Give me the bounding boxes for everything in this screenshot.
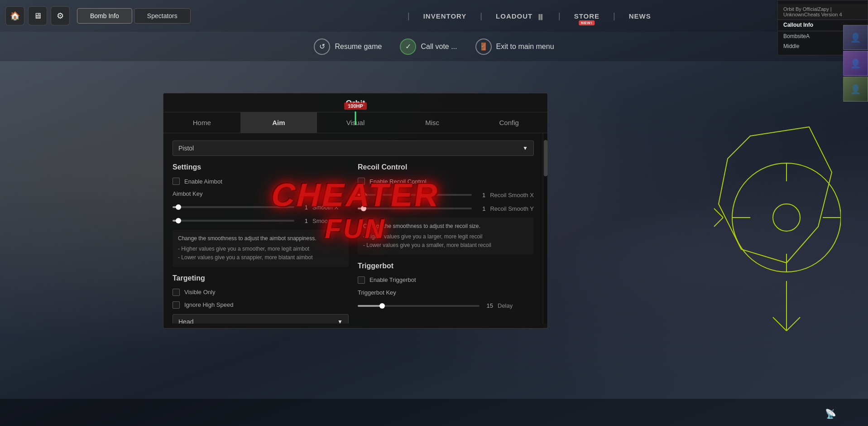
spectators-tab[interactable]: Spectators [134, 8, 191, 24]
targeting-section: Targeting Visible Only Ignore High Speed… [173, 274, 349, 324]
tab-misc[interactable]: Misc [394, 112, 471, 133]
smooth-x-slider[interactable] [173, 203, 294, 212]
triggerbot-delay-slider[interactable] [358, 301, 480, 310]
avatar-2: 👤 [843, 51, 868, 76]
resume-icon: ↺ [314, 39, 330, 55]
recoil-smooth-y-row: 1 Recoil Smooth Y [358, 204, 534, 213]
smooth-y-row: 1 Smooth Y [173, 216, 349, 225]
nav-divider-1: | [408, 11, 410, 21]
enable-triggerbot-checkbox[interactable] [358, 276, 365, 284]
signal-icon: 📡 [825, 408, 836, 419]
visible-only-checkbox[interactable] [173, 289, 180, 296]
top-hud: 🏠 🖥 ⚙ Bomb Info Spectators | INVENTORY |… [0, 0, 868, 32]
left-col: Settings Enable Aimbot Aimbot Key [173, 163, 349, 324]
triggerbot-key-label: Triggerbot Key [358, 289, 396, 296]
recoil-smooth-x-label: Recoil Smooth X [490, 192, 534, 198]
smooth-y-label: Smooth Y [312, 218, 349, 224]
store-new-badge: NEW! [579, 20, 595, 25]
resume-label: Resume game [335, 43, 382, 51]
scrollbar[interactable] [543, 133, 547, 324]
orbit-modal: Orbit Home Aim Visual Misc Config Pistol… [163, 93, 548, 329]
vote-label: Call vote ... [421, 43, 457, 51]
callout-name-2: Middle [783, 43, 799, 49]
smooth-x-value: 1 [299, 204, 308, 211]
scrollbar-thumb[interactable] [544, 140, 547, 176]
recoil-smooth-x-row: 1 Recoil Smooth X [358, 190, 534, 199]
aimbot-key-row: Aimbot Key [173, 190, 349, 197]
orbit-content: Pistol ▼ Settings Enable Aimbot Aimbot K… [163, 133, 543, 324]
hud-nav: | INVENTORY | LOADOUT ▐▌ | STORE NEW! | … [191, 11, 868, 21]
vote-icon: ✓ [400, 39, 416, 55]
exit-menu-btn[interactable]: 🚪 Exit to main menu [475, 39, 554, 55]
nav-loadout[interactable]: LOADOUT ▐▌ [496, 12, 545, 20]
tab-aim[interactable]: Aim [240, 112, 317, 133]
nav-news[interactable]: NEWS [629, 12, 651, 20]
monitor-icon-btn[interactable]: 🖥 [28, 6, 47, 25]
triggerbot-key-row: Triggerbot Key [358, 289, 534, 296]
head-label: Head [178, 318, 193, 324]
orbit-version-header: Orbit By OfficialZapy | UnknownCheats Ve… [778, 4, 868, 20]
enable-triggerbot-row: Enable Triggerbot [358, 276, 534, 284]
callout-name-1: BombsiteA [783, 33, 810, 39]
recoil-smooth-x-slider[interactable] [358, 190, 472, 199]
recoil-smooth-y-slider[interactable] [358, 204, 472, 213]
settings-icon-btn[interactable]: ⚙ [51, 6, 70, 25]
enable-aimbot-label: Enable Aimbot [184, 178, 222, 185]
orbit-body: Pistol ▼ Settings Enable Aimbot Aimbot K… [163, 133, 547, 324]
recoil-section-title: Recoil Control [358, 163, 534, 171]
tab-home[interactable]: Home [163, 112, 240, 133]
call-vote-btn[interactable]: ✓ Call vote ... [400, 39, 457, 55]
resume-game-btn[interactable]: ↺ Resume game [314, 39, 382, 55]
home-icon-btn[interactable]: 🏠 [5, 6, 24, 25]
aimbot-description: Change the smoothness to adjust the aimb… [173, 230, 349, 267]
enable-recoil-label: Enable Recoil Control [369, 178, 427, 185]
hp-indicator [355, 111, 356, 125]
ignore-high-speed-row: Ignore High Speed [173, 301, 349, 309]
svg-point-1 [773, 204, 800, 231]
visible-only-label: Visible Only [184, 289, 215, 295]
nav-divider-4: | [613, 11, 615, 21]
visible-only-row: Visible Only [173, 289, 349, 296]
exit-label: Exit to main menu [496, 43, 554, 51]
triggerbot-delay-value: 15 [484, 302, 493, 309]
smooth-y-slider[interactable] [173, 216, 294, 225]
avatar-strip: 👤 👤 👤 [843, 25, 868, 102]
enable-triggerbot-label: Enable Triggerbot [369, 276, 416, 283]
avatar-3: 👤 [843, 77, 868, 102]
nav-divider-2: | [480, 11, 482, 21]
smooth-y-value: 1 [299, 218, 308, 224]
recoil-desc-2: - Lower values give you a smaller, more … [363, 241, 528, 250]
tab-group: Bomb Info Spectators [77, 8, 191, 24]
head-arrow-icon: ▼ [337, 319, 343, 324]
enable-recoil-row: Enable Recoil Control [358, 178, 534, 185]
bomb-info-tab[interactable]: Bomb Info [77, 8, 132, 24]
head-dropdown[interactable]: Head ▼ [173, 314, 349, 324]
aim-columns: Settings Enable Aimbot Aimbot Key [173, 163, 534, 324]
smooth-x-label: Smooth X [312, 204, 349, 211]
hud-left: 🏠 🖥 ⚙ Bomb Info Spectators [0, 6, 191, 25]
svg-marker-6 [719, 127, 832, 263]
hp-overlay: 100HP [344, 102, 367, 110]
triggerbot-delay-label: Delay [498, 302, 534, 309]
recoil-desc-1: - Higher values give you a larger, more … [363, 232, 528, 241]
recoil-smooth-y-value: 1 [476, 205, 485, 212]
weapon-dropdown[interactable]: Pistol ▼ [173, 140, 534, 156]
targeting-title: Targeting [173, 274, 349, 282]
ignore-high-speed-checkbox[interactable] [173, 301, 180, 309]
nav-divider-3: | [558, 11, 561, 21]
nav-inventory[interactable]: INVENTORY [423, 12, 467, 20]
nav-store[interactable]: STORE NEW! [574, 12, 599, 20]
weapon-label: Pistol [178, 145, 194, 152]
desc-main: Change the smoothness to adjust the aimb… [178, 234, 343, 243]
bottom-bar [0, 399, 868, 426]
action-bar: ↺ Resume game ✓ Call vote ... 🚪 Exit to … [0, 32, 868, 61]
desc-line-1: - Higher values give you a smoother, mor… [178, 245, 343, 253]
exit-icon: 🚪 [475, 39, 492, 55]
enable-aimbot-checkbox[interactable] [173, 178, 180, 185]
svg-line-11 [714, 218, 723, 227]
ignore-high-speed-label: Ignore High Speed [184, 301, 233, 308]
enable-recoil-checkbox[interactable] [358, 178, 365, 185]
desc-line-2: - Lower values give you a snappier, more… [178, 253, 343, 262]
recoil-smooth-x-value: 1 [476, 192, 485, 198]
tab-config[interactable]: Config [470, 112, 547, 133]
